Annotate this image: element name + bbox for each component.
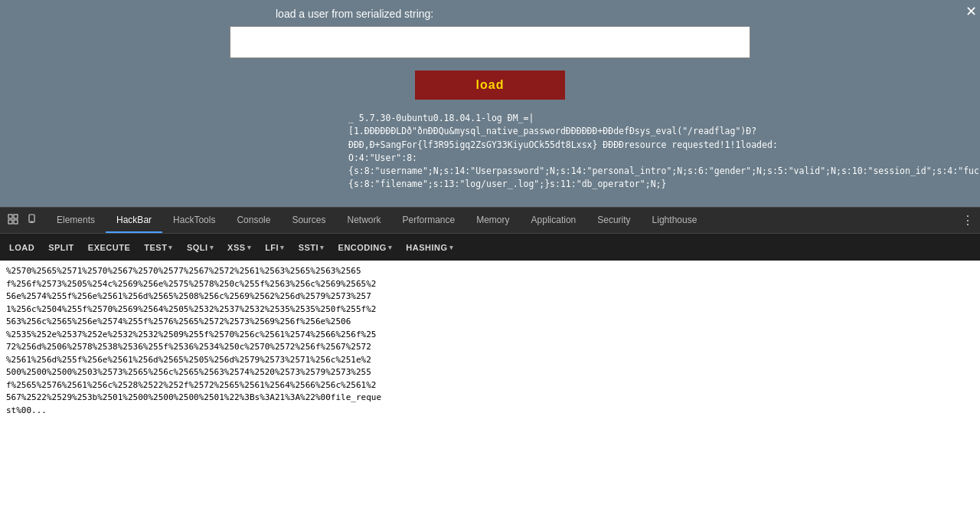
hackbar-xss-button[interactable]: XSS ▾	[221, 240, 257, 255]
tab-hacktools[interactable]: HackTools	[162, 208, 226, 233]
inspect-element-icon[interactable]	[5, 212, 21, 228]
hackbar-execute-button[interactable]: EXECUTE	[82, 240, 136, 255]
svg-rect-3	[14, 220, 18, 224]
lfi-dropdown-arrow: ▾	[280, 244, 285, 251]
svg-rect-2	[8, 220, 12, 224]
output-area: _ 5.7.30-0ubuntu0.18.04.1-log ÐM_=| [1.Ð…	[348, 112, 900, 192]
devtools-icons	[0, 212, 46, 228]
tab-sources[interactable]: Sources	[281, 208, 336, 233]
hackbar-load-button[interactable]: LOAD	[3, 240, 41, 255]
encoding-dropdown-arrow: ▾	[388, 244, 393, 251]
hackbar-hashing-button[interactable]: HASHING ▾	[400, 240, 459, 255]
tab-performance[interactable]: Performance	[391, 208, 466, 233]
output-text: _ 5.7.30-0ubuntu0.18.04.1-log ÐM_=| [1.Ð…	[348, 112, 900, 192]
svg-rect-1	[14, 215, 18, 218]
devtools-bar: Elements HackBar HackTools Console Sourc…	[0, 207, 980, 233]
form-label: load a user from serialized string:	[276, 8, 433, 20]
svg-rect-0	[8, 215, 12, 218]
tab-elements[interactable]: Elements	[46, 208, 106, 233]
top-content-area: ✕ load a user from serialized string: lo…	[0, 0, 980, 207]
tab-application[interactable]: Application	[521, 208, 587, 233]
form-area: load a user from serialized string: load…	[0, 0, 980, 192]
ssti-dropdown-arrow: ▾	[320, 244, 325, 251]
xss-dropdown-arrow: ▾	[247, 244, 252, 251]
hackbar-toolbar: LOAD SPLIT EXECUTE TEST ▾ SQLI ▾ XSS ▾ L…	[0, 233, 980, 261]
hashing-dropdown-arrow: ▾	[449, 244, 454, 251]
encoded-content-area[interactable]: %2570%2565%2571%2570%2567%2570%2577%2567…	[0, 261, 980, 505]
hackbar-lfi-button[interactable]: LFI ▾	[259, 240, 291, 255]
tab-hackbar[interactable]: HackBar	[106, 208, 162, 233]
tab-network[interactable]: Network	[336, 208, 391, 233]
devtools-overflow-icon[interactable]: ⋮	[956, 213, 980, 228]
hackbar-sqli-button[interactable]: SQLI ▾	[181, 240, 220, 255]
sqli-dropdown-arrow: ▾	[210, 244, 214, 251]
close-button[interactable]: ✕	[965, 3, 977, 20]
test-dropdown-arrow: ▾	[168, 244, 173, 251]
hackbar-split-button[interactable]: SPLIT	[42, 240, 80, 255]
tab-security[interactable]: Security	[586, 208, 641, 233]
tab-lighthouse[interactable]: Lighthouse	[642, 208, 708, 233]
encoded-text: %2570%2565%2571%2570%2567%2570%2577%2567…	[6, 265, 974, 417]
hackbar-test-button[interactable]: TEST ▾	[138, 240, 179, 255]
hackbar-ssti-button[interactable]: SSTI ▾	[292, 240, 331, 255]
tab-memory[interactable]: Memory	[466, 208, 520, 233]
devtools-tabs: Elements HackBar HackTools Console Sourc…	[46, 208, 956, 233]
hackbar-encoding-button[interactable]: ENCODING ▾	[332, 240, 399, 255]
serialized-string-input[interactable]	[230, 26, 750, 58]
device-mode-icon[interactable]	[24, 212, 41, 228]
tab-console[interactable]: Console	[226, 208, 281, 233]
load-button[interactable]: load	[415, 71, 566, 100]
